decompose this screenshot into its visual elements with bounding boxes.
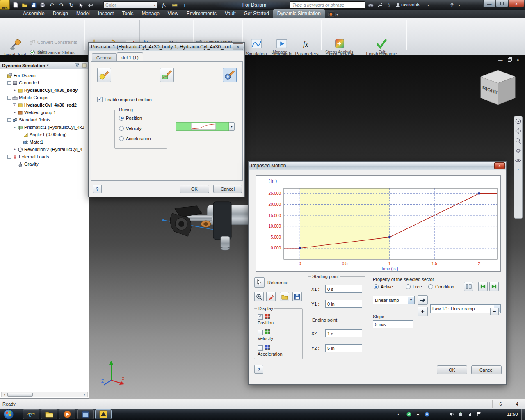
volume-icon[interactable]: [448, 411, 455, 417]
search-input[interactable]: [290, 1, 365, 9]
tree-item-welded-group-1[interactable]: +Welded group:1: [0, 109, 89, 116]
tree-expander-icon[interactable]: +: [13, 89, 16, 92]
joint-torque-button[interactable]: [97, 68, 111, 82]
free-radio[interactable]: [406, 284, 411, 289]
ribbon-tab-tools[interactable]: Tools: [118, 9, 137, 18]
scroll-left-icon[interactable]: ◂: [2, 393, 7, 397]
enable-imposed-motion-row[interactable]: Enable imposed motion: [97, 97, 152, 102]
tree-item-gravity[interactable]: Gravity: [0, 160, 89, 168]
full-navigation-wheel-icon[interactable]: [515, 118, 521, 124]
clock[interactable]: 11:50: [503, 409, 522, 420]
prismatic-help-button[interactable]: ?: [93, 185, 102, 193]
browser-filter-icon[interactable]: [75, 63, 80, 68]
add-sector-button[interactable]: +: [418, 307, 428, 316]
ribbon-tab-design[interactable]: Design: [49, 9, 72, 18]
orbit-icon[interactable]: [515, 148, 521, 154]
tree-item-grounded[interactable]: −Grounded: [0, 79, 89, 87]
open-icon[interactable]: [21, 1, 29, 9]
appearance-adjust-icon[interactable]: +: [180, 1, 189, 9]
motion-law-chart[interactable]: 0.0005.00010.00015.00020.00025.00000.511…: [256, 176, 500, 271]
convert-constraints-button[interactable]: Convert Constraints: [30, 39, 77, 45]
panel-label-stress-analysis[interactable]: Stress Analysis: [321, 50, 358, 55]
update-icon[interactable]: ↻: [67, 1, 75, 9]
tray-antivirus-icon[interactable]: [405, 411, 413, 417]
browser-header[interactable]: Dynamic Simulation ▾: [0, 62, 89, 69]
panel-label-exit[interactable]: Exit: [358, 50, 406, 55]
position-display-checkbox[interactable]: [258, 314, 263, 320]
tree-item-hydrauliccyl-4x30-body[interactable]: +HydraulicCyl_4x30_body: [0, 87, 89, 94]
condition-radio[interactable]: [428, 284, 433, 289]
reference-button[interactable]: [254, 277, 265, 288]
wrench-icon[interactable]: [376, 1, 384, 9]
tree-expander-icon[interactable]: −: [7, 118, 11, 122]
tree-item-revolution-2-hydrauliccyl-4[interactable]: +Revolution:2 (HydraulicCyl_4: [0, 146, 89, 153]
ribbon-tab-assemble[interactable]: Assemble: [19, 9, 49, 18]
slope-field[interactable]: 5 in/s: [373, 320, 413, 328]
communication-center-icon[interactable]: ▾: [328, 11, 339, 18]
tree-expander-icon[interactable]: +: [13, 103, 16, 107]
tree-expander-icon[interactable]: −: [7, 81, 11, 85]
tab-general[interactable]: General: [92, 53, 117, 62]
ribbon-tab-environments[interactable]: Environments: [183, 9, 221, 18]
edit-imposed-motion-button[interactable]: [223, 68, 237, 82]
panel-label-joint[interactable]: Joint: [0, 50, 84, 55]
x2-field[interactable]: 1 s: [325, 329, 362, 337]
tree-item-mate-1[interactable]: Mate:1: [0, 138, 89, 146]
imposed-ok-button[interactable]: OK: [437, 365, 467, 374]
scrollbar-thumb[interactable]: [7, 393, 33, 397]
minimize-button[interactable]: —: [483, 0, 495, 7]
sector-scale-button[interactable]: [464, 282, 473, 291]
tree-expander-icon[interactable]: −: [13, 126, 16, 129]
start-button[interactable]: [3, 409, 14, 420]
browser-hscrollbar[interactable]: ◂ ▸: [1, 392, 88, 397]
prismatic-ok-button[interactable]: OK: [180, 185, 209, 193]
tree-item-angle-1-0-00-deg[interactable]: Angle:1 (0.00 deg): [0, 131, 89, 138]
imposed-help-button[interactable]: ?: [254, 365, 263, 374]
measure-icon[interactable]: [171, 1, 179, 9]
taskbar-explorer-button[interactable]: [41, 409, 57, 419]
imposed-motion-titlebar[interactable]: Imposed Motion: [249, 162, 506, 170]
position-radio-row[interactable]: Position: [119, 116, 142, 121]
save-law-button[interactable]: [292, 292, 302, 301]
tree-item-for-ds-iam[interactable]: For Ds.iam: [0, 72, 89, 79]
motion-preview-widget[interactable]: ▸: [176, 122, 235, 131]
motion-law-graph[interactable]: 0.0005.00010.00015.00020.00025.00000.511…: [256, 175, 501, 272]
tray-update-icon[interactable]: [414, 411, 422, 417]
load-law-button[interactable]: [280, 292, 289, 301]
chevron-down-icon[interactable]: ▾: [424, 1, 432, 9]
modify-law-button[interactable]: [266, 292, 276, 301]
tree-item-prismatic-1-hydrauliccyl-4x3[interactable]: −Prismatic:1 (HydraulicCyl_4x3: [0, 123, 89, 131]
select-icon[interactable]: [77, 1, 85, 9]
appearance-dim-icon[interactable]: −: [188, 1, 196, 9]
ramp-type-combo[interactable]: Linear ramp▾: [373, 296, 415, 304]
tree-item-standard-joints[interactable]: −Standard Joints: [0, 116, 89, 123]
display-item-acceleration[interactable]: Acceleration: [258, 345, 299, 356]
acceleration-display-checkbox[interactable]: [258, 345, 263, 351]
tree-expander-icon[interactable]: −: [7, 155, 11, 159]
graph-zoom-button[interactable]: [254, 292, 264, 301]
tree-item-mobile-groups[interactable]: −Mobile Groups: [0, 94, 89, 101]
inventor-logo-icon[interactable]: PRO: [0, 0, 10, 10]
ribbon-tab-dynamic-simulation[interactable]: Dynamic Simulation: [273, 9, 325, 18]
chevron-down-icon[interactable]: ▾: [47, 64, 48, 67]
acceleration-radio-row[interactable]: Acceleration: [119, 136, 151, 141]
zoom-icon[interactable]: [515, 138, 521, 144]
network-icon[interactable]: [466, 411, 473, 417]
tab-dof-1[interactable]: dof 1 (T): [117, 52, 143, 62]
apply-law-button[interactable]: [418, 295, 428, 305]
remove-sector-button[interactable]: −: [490, 308, 499, 315]
x1-field[interactable]: 0 s: [325, 285, 362, 293]
user-menu[interactable]: ravikmb5: [401, 2, 420, 7]
prismatic-cancel-button[interactable]: Cancel: [213, 185, 242, 193]
browser-book-icon[interactable]: [82, 63, 87, 68]
tree-expander-icon[interactable]: −: [7, 96, 11, 100]
help-icon[interactable]: ?: [448, 1, 456, 9]
imposed-motion-close-button[interactable]: ×: [494, 162, 505, 169]
enable-imposed-motion-checkbox[interactable]: [97, 97, 103, 102]
doc-minimize-icon[interactable]: —: [498, 57, 503, 62]
ribbon-tab-inspect[interactable]: Inspect: [94, 9, 118, 18]
taskbar-inventor-button[interactable]: [95, 409, 112, 419]
new-file-icon[interactable]: [11, 1, 20, 9]
scroll-right-icon[interactable]: ▸: [82, 393, 87, 397]
return-icon[interactable]: [86, 1, 94, 9]
